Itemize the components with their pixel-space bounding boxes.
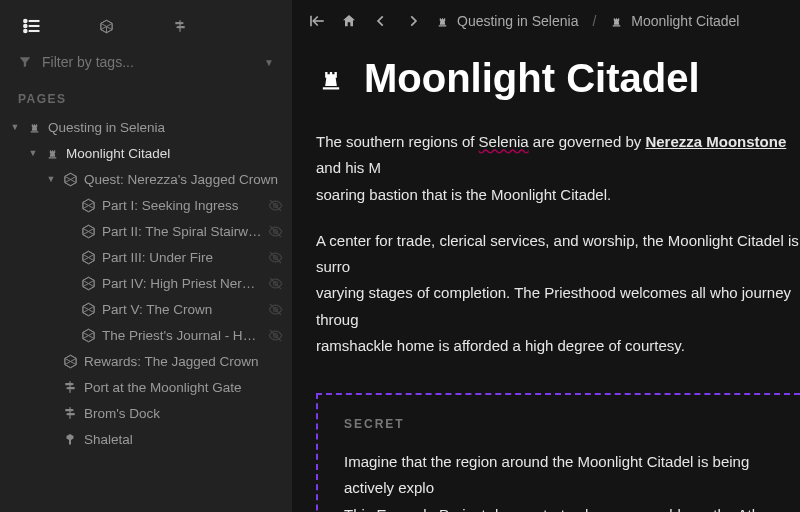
tree-item-label: Moonlight Citadel <box>66 146 286 161</box>
hidden-icon[interactable] <box>268 276 286 291</box>
secret-callout: SECRET Imagine that the region around th… <box>316 393 800 512</box>
tree-item-5[interactable]: Part III: Under Fire <box>0 244 292 270</box>
main-content: Questing in Selenia / Moonlight Citadel … <box>292 0 800 512</box>
tree-item-label: Quest: Nerezza's Jagged Crown <box>84 172 286 187</box>
rook-icon <box>610 15 623 28</box>
filter-dropdown-icon[interactable]: ▼ <box>264 57 274 68</box>
signpost-icon <box>62 405 78 421</box>
tree-item-0[interactable]: ▼Questing in Selenia <box>0 114 292 140</box>
link-selenia[interactable]: Selenia <box>479 133 529 150</box>
d20-icon <box>62 353 78 369</box>
breadcrumb-item-1[interactable]: Moonlight Citadel <box>610 13 739 29</box>
svg-point-3 <box>24 20 27 23</box>
tree-item-label: Part III: Under Fire <box>102 250 262 265</box>
rook-icon <box>26 119 42 135</box>
disclosure-icon[interactable]: ▼ <box>46 174 56 184</box>
pin-icon <box>62 431 78 447</box>
signpost-icon <box>62 379 78 395</box>
rook-icon <box>44 145 60 161</box>
tree-item-3[interactable]: Part I: Seeking Ingress <box>0 192 292 218</box>
tree-item-4[interactable]: Part II: The Spiral Stairw… <box>0 218 292 244</box>
secret-paragraph-1: Imagine that the region around the Moonl… <box>344 449 774 512</box>
list-view-button[interactable] <box>20 14 44 38</box>
d20-icon <box>80 327 96 343</box>
page-body: Moonlight Citadel The southern regions o… <box>292 42 800 512</box>
d20-view-button[interactable] <box>94 14 118 38</box>
link-nerezza[interactable]: Nerezza Moonstone <box>645 133 786 150</box>
nav-back-button[interactable] <box>372 12 390 30</box>
svg-point-5 <box>24 30 27 33</box>
hidden-icon[interactable] <box>268 328 286 343</box>
paragraph-1: The southern regions of Selenia are gove… <box>316 129 800 208</box>
d20-icon <box>80 249 96 265</box>
tree-item-label: Part V: The Crown <box>102 302 262 317</box>
svg-point-4 <box>24 25 27 28</box>
d20-icon <box>80 223 96 239</box>
tree-item-label: Rewards: The Jagged Crown <box>84 354 286 369</box>
tree-item-label: Questing in Selenia <box>48 120 286 135</box>
collapse-sidebar-button[interactable] <box>308 12 326 30</box>
secret-label: SECRET <box>344 417 774 431</box>
pages-section-header: PAGES <box>0 84 292 114</box>
hidden-icon[interactable] <box>268 198 286 213</box>
tree-item-label: Brom's Dock <box>84 406 286 421</box>
nav-forward-button[interactable] <box>404 12 422 30</box>
tree-item-6[interactable]: Part IV: High Priest Nere… <box>0 270 292 296</box>
breadcrumb-label-0: Questing in Selenia <box>457 13 578 29</box>
tree-item-11[interactable]: Brom's Dock <box>0 400 292 426</box>
tree-item-label: Part II: The Spiral Stairw… <box>102 224 262 239</box>
tree-item-label: Port at the Moonlight Gate <box>84 380 286 395</box>
home-button[interactable] <box>340 12 358 30</box>
breadcrumb-bar: Questing in Selenia / Moonlight Citadel <box>292 0 800 42</box>
rook-icon <box>436 15 449 28</box>
signpost-view-button[interactable] <box>168 14 192 38</box>
sidebar-top-toolbar <box>0 0 292 46</box>
tree-item-label: Shaletal <box>84 432 286 447</box>
hidden-icon[interactable] <box>268 302 286 317</box>
tree-item-10[interactable]: Port at the Moonlight Gate <box>0 374 292 400</box>
tree-item-1[interactable]: ▼Moonlight Citadel <box>0 140 292 166</box>
tree-item-label: Part IV: High Priest Nere… <box>102 276 262 291</box>
breadcrumb-item-0[interactable]: Questing in Selenia <box>436 13 578 29</box>
tree-item-label: Part I: Seeking Ingress <box>102 198 262 213</box>
tree-item-label: The Priest's Journal - Ha… <box>102 328 262 343</box>
filter-row: ▼ <box>0 46 292 84</box>
tree-item-7[interactable]: Part V: The Crown <box>0 296 292 322</box>
page-tree: ▼Questing in Selenia▼Moonlight Citadel▼Q… <box>0 114 292 512</box>
tree-item-8[interactable]: The Priest's Journal - Ha… <box>0 322 292 348</box>
sidebar: ▼ PAGES ▼Questing in Selenia▼Moonlight C… <box>0 0 292 512</box>
d20-icon <box>80 197 96 213</box>
tree-item-12[interactable]: Shaletal <box>0 426 292 452</box>
disclosure-icon[interactable]: ▼ <box>10 122 20 132</box>
rook-icon <box>316 64 346 94</box>
d20-icon <box>62 171 78 187</box>
breadcrumb-separator: / <box>592 13 596 29</box>
tree-item-2[interactable]: ▼Quest: Nerezza's Jagged Crown <box>0 166 292 192</box>
hidden-icon[interactable] <box>268 250 286 265</box>
paragraph-2: A center for trade, clerical services, a… <box>316 228 800 359</box>
tree-item-9[interactable]: Rewards: The Jagged Crown <box>0 348 292 374</box>
hidden-icon[interactable] <box>268 224 286 239</box>
d20-icon <box>80 301 96 317</box>
d20-icon <box>80 275 96 291</box>
filter-input[interactable] <box>42 54 254 70</box>
page-title: Moonlight Citadel <box>316 56 800 101</box>
breadcrumb-label-1: Moonlight Citadel <box>631 13 739 29</box>
disclosure-icon[interactable]: ▼ <box>28 148 38 158</box>
filter-icon <box>18 55 32 69</box>
page-title-text: Moonlight Citadel <box>364 56 700 101</box>
